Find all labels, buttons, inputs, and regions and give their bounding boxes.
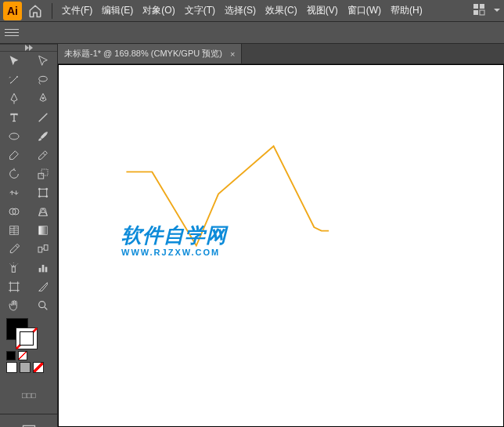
svg-point-5 (42, 97, 44, 99)
svg-line-26 (16, 328, 37, 349)
column-graph-tool[interactable] (29, 259, 58, 277)
svg-rect-20 (13, 267, 16, 273)
menu-select[interactable]: 选择(S) (220, 4, 261, 17)
perspective-tool[interactable] (29, 202, 58, 221)
panel-menu-icon[interactable] (5, 26, 19, 40)
watermark-cn: 软件自学网 (121, 222, 227, 249)
menu-window[interactable]: 窗口(W) (343, 4, 386, 17)
blend-tool[interactable] (29, 240, 58, 259)
svg-rect-9 (39, 189, 46, 196)
paintbrush-tool[interactable] (29, 127, 58, 146)
width-tool[interactable] (0, 183, 29, 202)
eraser-tool[interactable] (29, 146, 58, 165)
scale-tool[interactable] (29, 165, 58, 183)
none-color-icon[interactable] (18, 351, 27, 360)
draw-mode-icons[interactable] (22, 389, 36, 405)
panel-collapse-icon[interactable] (0, 45, 57, 52)
ellipse-tool[interactable] (0, 127, 29, 146)
svg-rect-21 (38, 268, 41, 272)
svg-point-11 (45, 188, 47, 190)
svg-rect-27 (22, 393, 26, 398)
home-icon[interactable] (28, 4, 42, 18)
type-tool[interactable] (0, 108, 29, 127)
watermark: 软件自学网 WWW.RJZXW.COM (121, 222, 227, 257)
svg-rect-0 (473, 4, 478, 9)
document-tab-title: 未标题-1* @ 169.88% (CMYK/GPU 预览) (64, 48, 222, 60)
direct-selection-tool[interactable] (29, 52, 58, 71)
svg-rect-3 (480, 10, 484, 15)
svg-point-6 (9, 133, 19, 139)
color-swatch-area (0, 315, 57, 379)
control-bar (0, 22, 504, 44)
canvas[interactable]: 软件自学网 WWW.RJZXW.COM (58, 64, 504, 427)
symbol-sprayer-tool[interactable] (0, 259, 29, 277)
divider (52, 3, 52, 19)
free-transform-tool[interactable] (29, 183, 58, 202)
menu-effect[interactable]: 效果(C) (261, 4, 302, 17)
menu-view[interactable]: 视图(V) (302, 4, 343, 17)
svg-point-25 (38, 302, 45, 308)
svg-rect-23 (45, 267, 47, 273)
svg-rect-8 (41, 169, 48, 176)
screen-mode-icon[interactable] (21, 423, 37, 427)
chevron-down-icon[interactable] (493, 5, 501, 16)
svg-point-10 (38, 188, 40, 190)
stroke-swatch[interactable] (16, 327, 38, 349)
color-mode-gradient[interactable] (20, 362, 31, 373)
mesh-tool[interactable] (0, 221, 29, 240)
magic-wand-tool[interactable] (0, 71, 29, 89)
svg-rect-7 (38, 173, 44, 179)
swap-default-icon[interactable] (6, 351, 16, 360)
slice-tool[interactable] (29, 277, 58, 296)
svg-rect-17 (38, 226, 47, 235)
tool-panel (0, 44, 58, 427)
svg-rect-18 (38, 247, 42, 252)
document-tabbar: 未标题-1* @ 169.88% (CMYK/GPU 预览) × (58, 44, 504, 64)
svg-point-12 (38, 196, 40, 197)
shape-builder-tool[interactable] (0, 202, 29, 221)
selection-tool[interactable] (0, 52, 29, 71)
svg-point-13 (45, 196, 47, 197)
document-tab[interactable]: 未标题-1* @ 169.88% (CMYK/GPU 预览) × (58, 44, 242, 63)
menubar: Ai 文件(F) 编辑(E) 对象(O) 文字(T) 选择(S) 效果(C) 视… (0, 0, 504, 22)
svg-rect-29 (31, 393, 35, 398)
menu-type[interactable]: 文字(T) (180, 4, 220, 17)
zoom-tool[interactable] (29, 296, 58, 315)
lasso-tool[interactable] (29, 71, 58, 89)
line-segment-tool[interactable] (29, 108, 58, 127)
artboard-tool[interactable] (0, 277, 29, 296)
menu-help[interactable]: 帮助(H) (386, 4, 427, 17)
color-mode-solid[interactable] (6, 362, 17, 373)
gradient-tool[interactable] (29, 221, 58, 240)
eyedropper-tool[interactable] (0, 240, 29, 259)
menu-object[interactable]: 对象(O) (138, 4, 179, 17)
close-tab-icon[interactable]: × (230, 49, 235, 59)
svg-rect-28 (27, 393, 31, 398)
rotate-tool[interactable] (0, 165, 29, 183)
menu-file[interactable]: 文件(F) (57, 4, 97, 17)
svg-rect-19 (44, 245, 48, 251)
svg-rect-24 (11, 283, 18, 290)
watermark-en: WWW.RJZXW.COM (121, 248, 227, 257)
hand-tool[interactable] (0, 296, 29, 315)
menu-edit[interactable]: 编辑(E) (97, 4, 138, 17)
curvature-tool[interactable] (29, 89, 58, 108)
app-logo: Ai (3, 2, 22, 20)
svg-point-4 (38, 76, 47, 81)
shaper-tool[interactable] (0, 146, 29, 165)
svg-rect-22 (41, 265, 44, 272)
pen-tool[interactable] (0, 89, 29, 108)
svg-rect-2 (473, 10, 478, 15)
svg-rect-1 (480, 4, 484, 9)
color-mode-none[interactable] (33, 362, 44, 373)
workspace-switcher-icon[interactable] (473, 3, 485, 18)
